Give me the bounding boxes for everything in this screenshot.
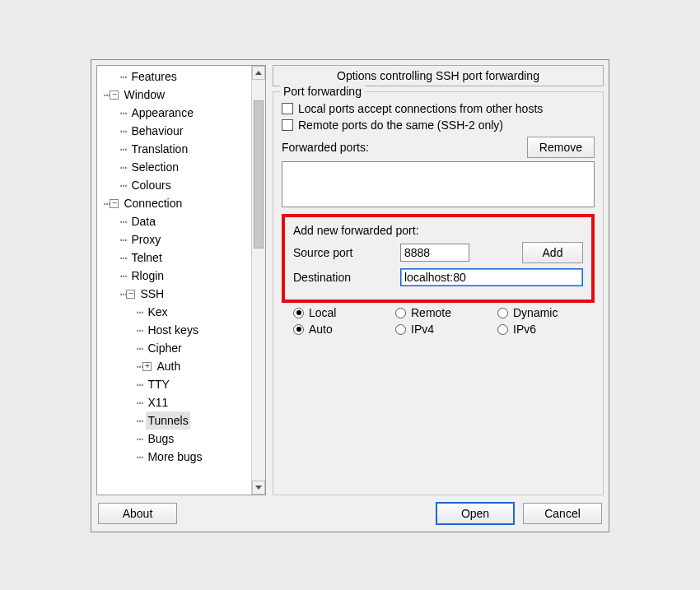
category-tree[interactable]: ⋯Features⋯−Window⋯Appearance⋯Behaviour⋯T… [97,66,265,467]
add-port-title: Add new forwarded port: [293,224,583,237]
tree-item-label: More bugs [146,448,203,466]
tree-item-label: Connection [122,194,184,212]
tree-item-label: Data [129,212,157,230]
destination-label: Destination [293,271,392,284]
tree-item-tty[interactable]: ⋯TTY [97,375,265,393]
port-type-radio-local[interactable]: Local [293,306,379,319]
local-ports-label: Local ports accept connections from othe… [298,102,543,115]
remote-ports-checkbox[interactable] [282,119,293,131]
tree-item-label: SSH [138,285,166,303]
tree-item-label: Colours [129,176,172,194]
tree-item-label: Telnet [129,249,163,267]
tree-item-rlogin[interactable]: ⋯Rlogin [97,267,265,285]
tree-item-x11[interactable]: ⋯X11 [97,393,265,411]
radio-icon [293,324,304,335]
group-title: Port forwarding [280,85,365,98]
tree-item-bugs[interactable]: ⋯Bugs [97,430,265,448]
tree-item-more-bugs[interactable]: ⋯More bugs [97,448,265,466]
about-button[interactable]: About [98,503,177,524]
tree-scrollbar[interactable] [251,66,265,495]
tree-item-label: Kex [146,303,169,321]
tree-item-colours[interactable]: ⋯Colours [97,176,265,194]
radio-icon [293,308,304,318]
tree-item-label: Auth [155,357,182,375]
tree-item-label: Rlogin [129,267,166,285]
radio-icon [395,308,406,318]
tree-item-data[interactable]: ⋯Data [97,212,265,230]
tree-item-behaviour[interactable]: ⋯Behaviour [97,122,265,140]
tree-item-label: Window [122,86,166,104]
tree-item-label: TTY [146,375,170,393]
remove-button[interactable]: Remove [527,137,595,158]
tree-item-auth[interactable]: ⋯+Auth [97,357,265,375]
add-button[interactable]: Add [522,242,583,263]
local-ports-checkbox[interactable] [282,103,293,114]
tree-item-label: Translation [129,140,189,158]
tree-item-label: Cipher [146,339,183,357]
tree-item-label: Bugs [146,430,175,448]
ip-version-radio-auto[interactable]: Auto [293,323,379,336]
radio-label: Remote [411,306,451,319]
tree-item-label: Selection [129,158,180,176]
radio-label: Auto [309,323,333,336]
tree-item-ssh[interactable]: ⋯−SSH [97,285,265,303]
port-type-radio-remote[interactable]: Remote [395,306,481,319]
collapse-icon[interactable]: − [126,290,135,299]
tree-item-label: Behaviour [129,122,184,140]
scroll-down-button[interactable] [252,481,265,495]
port-forwarding-group: Port forwarding Local ports accept conne… [273,91,604,495]
radio-label: Local [309,306,336,319]
tree-item-host-keys[interactable]: ⋯Host keys [97,321,265,339]
tree-item-translation[interactable]: ⋯Translation [97,140,265,158]
collapse-icon[interactable]: − [110,91,119,100]
tree-item-tunnels[interactable]: ⋯Tunnels [97,411,265,430]
open-button[interactable]: Open [436,502,515,525]
forwarded-ports-label: Forwarded ports: [282,141,369,154]
scroll-thumb[interactable] [254,100,264,249]
category-tree-panel: ⋯Features⋯−Window⋯Appearance⋯Behaviour⋯T… [96,65,266,495]
tree-item-appearance[interactable]: ⋯Appearance [97,104,265,122]
radio-label: IPv6 [513,323,536,336]
port-type-radio-dynamic[interactable]: Dynamic [497,306,583,319]
collapse-icon[interactable]: − [110,199,119,208]
radio-icon [497,324,508,335]
source-port-input[interactable] [400,244,469,262]
radio-icon [395,324,406,335]
ip-version-radio-ipv4[interactable]: IPv4 [395,323,481,336]
tree-item-label: Host keys [146,321,199,339]
forwarded-ports-list[interactable] [282,161,595,207]
radio-icon [497,308,508,318]
remote-ports-label: Remote ports do the same (SSH-2 only) [298,118,503,132]
cancel-button[interactable]: Cancel [523,503,602,524]
panel-title: Options controlling SSH port forwarding [273,65,604,86]
scroll-up-button[interactable] [252,66,265,80]
radio-label: IPv4 [411,323,434,336]
tree-item-kex[interactable]: ⋯Kex [97,303,265,321]
tree-item-label: Appearance [129,104,195,122]
tree-item-label: X11 [146,393,170,411]
tree-item-telnet[interactable]: ⋯Telnet [97,249,265,267]
tree-item-connection[interactable]: ⋯−Connection [97,194,265,212]
ip-version-radio-ipv6[interactable]: IPv6 [497,323,583,336]
destination-input[interactable] [400,268,583,286]
tree-item-window[interactable]: ⋯−Window [97,86,265,104]
tree-item-features[interactable]: ⋯Features [97,67,265,86]
putty-config-dialog: ⋯Features⋯−Window⋯Appearance⋯Behaviour⋯T… [91,59,609,532]
tree-item-cipher[interactable]: ⋯Cipher [97,339,265,357]
radio-label: Dynamic [513,306,558,319]
expand-icon[interactable]: + [142,362,152,371]
tree-item-proxy[interactable]: ⋯Proxy [97,230,265,249]
tree-item-selection[interactable]: ⋯Selection [97,158,265,176]
source-port-label: Source port [293,246,392,259]
tree-item-label: Tunnels [146,411,189,430]
tree-item-label: Proxy [129,230,162,249]
tree-item-label: Features [129,67,178,86]
add-port-highlight: Add new forwarded port: Source port Add … [282,214,595,303]
